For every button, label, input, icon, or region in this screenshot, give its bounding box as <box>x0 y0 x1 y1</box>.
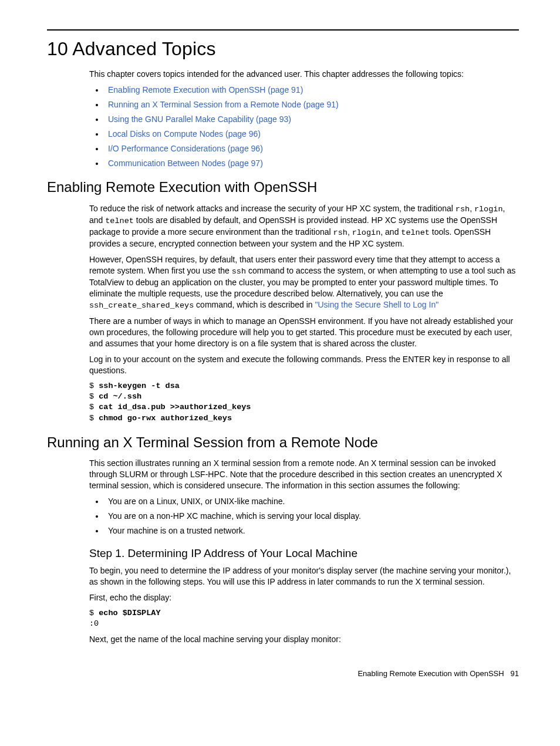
toc-link[interactable]: Communication Between Nodes (page 97) <box>108 158 263 168</box>
toc-link[interactable]: I/O Performance Considerations (page 96) <box>108 144 263 153</box>
list-item: Your machine is on a trusted network. <box>104 525 519 536</box>
toc-link[interactable]: Enabling Remote Execution with OpenSSH (… <box>108 85 303 94</box>
echo-display-command-block: $ echo $DISPLAY :0 <box>89 608 519 629</box>
toc-item: I/O Performance Considerations (page 96) <box>104 143 519 154</box>
list-item: You are on a Linux, UNIX, or UNIX-like m… <box>104 496 519 507</box>
step1-paragraph-2: First, echo the display: <box>89 592 519 603</box>
code-rsh: rsh <box>333 228 348 237</box>
step1-paragraph-1: To begin, you need to determine the IP a… <box>89 565 519 588</box>
toc-item: Communication Between Nodes (page 97) <box>104 158 519 169</box>
toc-item: Enabling Remote Execution with OpenSSH (… <box>104 85 519 96</box>
section-heading-xterminal: Running an X Terminal Session from a Rem… <box>47 433 519 452</box>
code-rlogin: rlogin <box>352 228 381 237</box>
toc-item: Local Disks on Compute Nodes (page 96) <box>104 129 519 140</box>
xterm-paragraph-1: This section illustrates running an X te… <box>89 458 519 491</box>
code-ssh: ssh <box>232 267 246 276</box>
top-rule <box>47 29 519 31</box>
code-rsh: rsh <box>456 205 470 214</box>
openssh-paragraph-4: Log in to your account on the system and… <box>89 354 519 376</box>
section-heading-openssh: Enabling Remote Execution with OpenSSH <box>47 178 519 197</box>
chapter-title: 10 Advanced Topics <box>47 36 519 62</box>
link-secure-shell[interactable]: "Using the Secure Shell to Log In" <box>315 300 438 309</box>
toc-link[interactable]: Local Disks on Compute Nodes (page 96) <box>108 129 261 139</box>
code-telnet: telnet <box>401 228 430 237</box>
footer-page-number: 91 <box>511 669 519 678</box>
footer-section-title: Enabling Remote Execution with OpenSSH <box>357 669 504 678</box>
code-telnet: telnet <box>105 217 134 225</box>
intro-paragraph: This chapter covers topics intended for … <box>89 69 519 80</box>
step1-paragraph-3: Next, get the name of the local machine … <box>89 634 519 645</box>
toc-item: Using the GNU Parallel Make Capability (… <box>104 114 519 125</box>
openssh-paragraph-3: There are a number of ways in which to m… <box>89 316 519 349</box>
openssh-command-block: $ ssh-keygen -t dsa $ cd ~/.ssh $ cat id… <box>89 381 519 424</box>
page-footer: Enabling Remote Execution with OpenSSH 9… <box>47 669 519 679</box>
toc-list: Enabling Remote Execution with OpenSSH (… <box>89 85 519 168</box>
step1-heading: Step 1. Determining IP Address of Your L… <box>89 546 519 561</box>
openssh-paragraph-2: However, OpenSSH requires, by default, t… <box>89 254 519 311</box>
list-item: You are on a non-HP XC machine, which is… <box>104 511 519 522</box>
toc-link[interactable]: Using the GNU Parallel Make Capability (… <box>108 114 291 124</box>
code-ssh-create-shared-keys: ssh_create_shared_keys <box>89 301 194 310</box>
toc-item: Running an X Terminal Session from a Rem… <box>104 99 519 110</box>
toc-link[interactable]: Running an X Terminal Session from a Rem… <box>108 100 339 109</box>
xterm-assumptions-list: You are on a Linux, UNIX, or UNIX-like m… <box>89 496 519 536</box>
openssh-paragraph-1: To reduce the risk of network attacks an… <box>89 203 519 250</box>
code-rlogin: rlogin <box>474 205 503 214</box>
